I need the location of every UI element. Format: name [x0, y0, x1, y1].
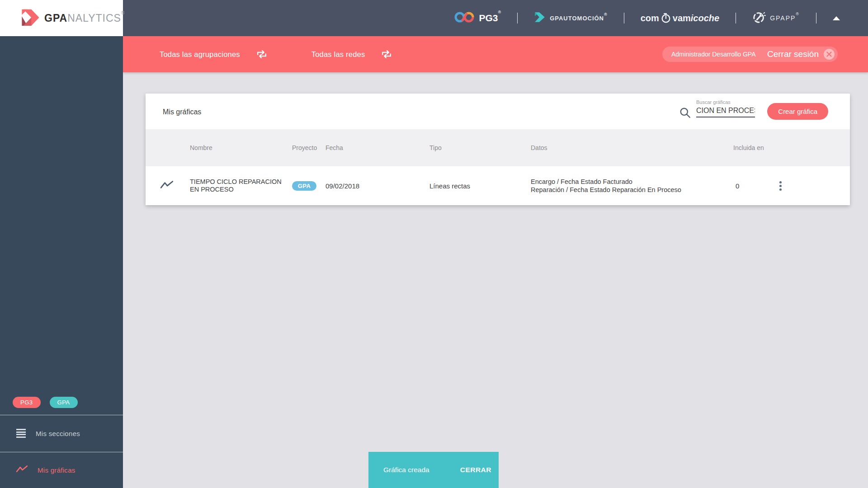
gpapp-wrench-icon [752, 10, 766, 26]
brand-logo-text: GPANALYTICS® [44, 12, 125, 24]
brand-logo[interactable]: GPANALYTICS® [0, 0, 123, 36]
pg3-label: PG3® [479, 13, 501, 23]
create-chart-button[interactable]: Crear gráfica [767, 103, 828, 120]
header-divider [517, 13, 518, 23]
row-type: Líneas rectas [429, 182, 531, 190]
sidebar-item-label: Mis gráficas [38, 466, 75, 474]
pg3-infinity-icon [454, 10, 475, 26]
user-session-pill: Administrador Desarrollo GPA Cerrar sesi… [662, 47, 838, 62]
search-input[interactable] [696, 106, 755, 117]
column-header-incluida-en: Incluida en [733, 144, 776, 151]
header-divider [816, 13, 816, 23]
pg3-badge[interactable]: PG3 [13, 397, 41, 408]
toast-message: Gráfica creada [383, 466, 429, 474]
logout-close-icon[interactable] [823, 48, 835, 60]
gpa-badge[interactable]: GPA [50, 397, 78, 408]
sidebar-badges: PG3 GPA [13, 397, 78, 408]
column-header-datos: Datos [531, 144, 733, 151]
column-header-tipo: Tipo [429, 144, 531, 151]
gpanalytics-arrow-icon [17, 7, 41, 29]
comvamicoche-pre: com [641, 13, 659, 23]
header-divider [624, 13, 624, 23]
header-divider [736, 13, 736, 23]
sidebar-item-mis-secciones[interactable]: Mis secciones [0, 415, 123, 452]
sidebar: GPANALYTICS® PG3 GPA Mis secciones Mis g… [0, 0, 123, 488]
networks-selector[interactable]: Todas las redes [311, 50, 365, 59]
row-name: TIEMPO CICLO REPARACION EN PROCESO [190, 178, 292, 193]
search-field-group: Buscar gráficas [696, 99, 755, 117]
menu-icon [16, 428, 26, 439]
sidebar-item-mis-graficas[interactable]: Mis gráficas [0, 452, 123, 488]
main-content: Mis gráficas Buscar gráficas Crear gráfi… [123, 72, 868, 488]
sidebar-item-label: Mis secciones [36, 430, 80, 437]
pg3-logo[interactable]: PG3® [454, 10, 501, 26]
gpapp-label: GPAPP® [770, 14, 800, 22]
panel-header: Mis gráficas Buscar gráficas Crear gráfi… [146, 94, 850, 129]
column-header-fecha: Fecha [326, 144, 429, 151]
gpautomocion-label: GPAUTOMOCIÓN® [550, 15, 608, 22]
row-menu-kebab-icon[interactable] [776, 181, 784, 191]
panel-title: Mis gráficas [163, 108, 201, 116]
filter-bar: Todas las agrupaciones Todas las redes A… [123, 36, 868, 72]
toast-close-button[interactable]: CERRAR [460, 466, 491, 474]
table-header: Nombre Proyecto Fecha Tipo Datos Incluid… [146, 129, 850, 166]
my-charts-panel: Mis gráficas Buscar gráficas Crear gráfi… [146, 94, 850, 205]
search-field-label: Buscar gráficas [696, 99, 755, 105]
gpapp-logo[interactable]: GPAPP® [752, 10, 800, 26]
row-included-count: 0 [733, 182, 776, 190]
comvamicoche-label: vamicoche [673, 13, 719, 23]
column-header-proyecto: Proyecto [292, 144, 326, 151]
collapse-header-arrow[interactable] [833, 16, 840, 20]
table-row[interactable]: TIEMPO CICLO REPARACION EN PROCESO GPA 0… [146, 166, 850, 205]
toast-notification: Gráfica creada CERRAR [368, 452, 499, 488]
row-chart-line-icon [160, 180, 190, 191]
comvamicoche-logo[interactable]: com vamicoche [641, 13, 720, 23]
chart-line-icon [16, 465, 28, 475]
swap-networks-icon[interactable] [381, 50, 392, 58]
gpautomocion-arrow-icon [534, 11, 546, 25]
search-icon[interactable] [679, 107, 691, 121]
groupings-selector[interactable]: Todas las agrupaciones [160, 50, 240, 59]
row-data: Encargo / Fecha Estado Facturado Reparac… [531, 178, 733, 194]
row-project-badge: GPA [292, 181, 316, 191]
swap-groupings-icon[interactable] [256, 50, 267, 58]
logout-button[interactable]: Cerrar sesión [767, 49, 819, 59]
row-date: 09/02/2018 [326, 182, 429, 190]
top-header: PG3® GPAUTOMOCIÓN® com vamicoche [123, 0, 868, 36]
user-name: Administrador Desarrollo GPA [671, 51, 755, 58]
gpautomocion-logo[interactable]: GPAUTOMOCIÓN® [534, 11, 608, 25]
clock-icon [660, 13, 671, 23]
column-header-nombre: Nombre [190, 144, 292, 151]
